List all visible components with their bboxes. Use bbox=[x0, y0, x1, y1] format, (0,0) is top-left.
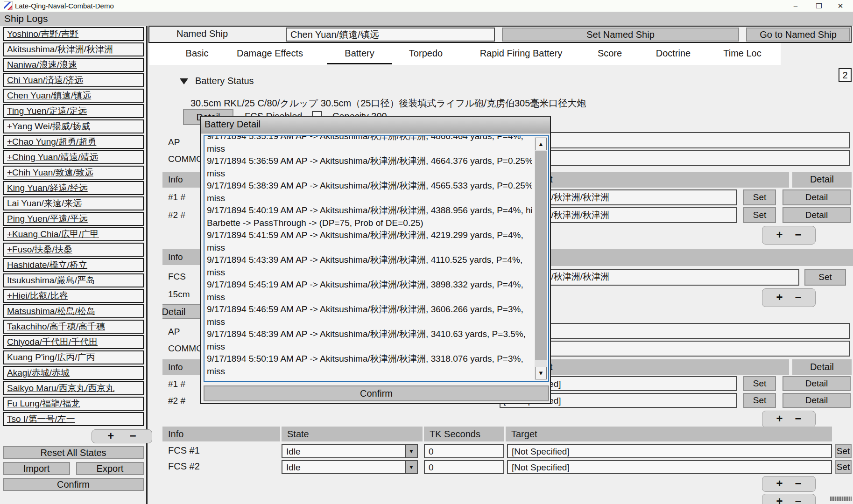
ship-list-item[interactable]: Chi Yuan/済遠/济远 bbox=[3, 73, 144, 87]
ship-list-item[interactable]: +Chih Yuan/致遠/致远 bbox=[3, 166, 144, 180]
ship-name[interactable]: +Chao Yung/超勇/超勇 bbox=[7, 137, 96, 147]
mount2-1-detail-button[interactable]: Detail bbox=[783, 376, 851, 391]
ship-list-item[interactable]: King Yuan/経遠/经远 bbox=[3, 181, 144, 195]
tab-time-loc[interactable]: Time Loc bbox=[723, 48, 761, 59]
ship-name[interactable]: +Yang Wei/揚威/扬威 bbox=[7, 121, 90, 131]
close-button[interactable]: ✕ bbox=[830, 0, 851, 12]
ap-ammo-input[interactable] bbox=[514, 132, 850, 148]
fcs-state-dropdown[interactable]: Idle▼ bbox=[282, 460, 418, 474]
fcs-target-input[interactable]: [Not Specified] bbox=[507, 460, 832, 474]
ship-list-item[interactable]: Fu Lung/福龍/福龙 bbox=[3, 397, 144, 411]
ship-list-item[interactable]: Itsukushima/厳島/严岛 bbox=[3, 273, 144, 287]
ship-name[interactable]: Fu Lung/福龍/福龙 bbox=[7, 399, 80, 408]
ship-list-item[interactable]: Akagi/赤城/赤城 bbox=[3, 366, 144, 380]
log-scrollbar[interactable]: ▲ ▼ bbox=[535, 137, 547, 380]
ship-list-item[interactable]: Takachiho/高千穂/高千穗 bbox=[3, 320, 144, 334]
tab-score[interactable]: Score bbox=[598, 48, 622, 59]
fcs-set-button[interactable]: Set bbox=[835, 444, 852, 458]
fcs-bottom-plus-minus-1[interactable]: + − bbox=[762, 476, 816, 492]
set-named-ship-button[interactable]: Set Named Ship bbox=[502, 28, 739, 42]
dropdown-arrow-icon[interactable]: ▼ bbox=[405, 461, 417, 473]
ship-name[interactable]: Itsukushima/厳島/严岛 bbox=[7, 275, 95, 285]
ship-list-item[interactable]: Matsushima/松島/松岛 bbox=[3, 304, 144, 318]
minus-icon[interactable]: − bbox=[795, 412, 802, 425]
plus-icon[interactable]: + bbox=[776, 477, 783, 490]
fragment-detail[interactable]: Detail bbox=[162, 304, 200, 319]
maximize-button[interactable]: ❐ bbox=[808, 0, 830, 12]
fcs-tk-seconds-input[interactable]: 0 bbox=[424, 460, 504, 474]
common-ammo-input-2[interactable] bbox=[514, 341, 850, 357]
ship-name[interactable]: Saikyo Maru/西京丸/西京丸 bbox=[7, 383, 114, 393]
minus-icon[interactable]: − bbox=[795, 228, 802, 241]
goto-named-ship-button[interactable]: Go to Named Ship bbox=[746, 28, 850, 42]
ship-list-item[interactable]: +Fuso/扶桑/扶桑 bbox=[3, 243, 144, 257]
ship-list-item[interactable]: Chen Yuan/鎮遠/镇远 bbox=[3, 89, 144, 103]
ship-list-plus-minus[interactable]: + − bbox=[92, 429, 152, 443]
plus-icon[interactable]: + bbox=[107, 429, 114, 442]
ship-name[interactable]: Yoshino/吉野/吉野 bbox=[7, 29, 78, 39]
tab-doctrine[interactable]: Doctrine bbox=[656, 48, 691, 59]
ship-list-item[interactable]: +Ching Yuan/靖遠/靖远 bbox=[3, 150, 144, 164]
ship-name[interactable]: King Yuan/経遠/经远 bbox=[7, 183, 88, 193]
minus-icon[interactable]: − bbox=[795, 495, 802, 504]
minus-icon[interactable]: − bbox=[130, 429, 136, 442]
ship-name[interactable]: Tso I/第一号/左一 bbox=[7, 414, 75, 424]
modal-confirm-button[interactable]: Confirm bbox=[204, 385, 549, 401]
ship-list-item[interactable]: +Hiei/比叡/比睿 bbox=[3, 289, 144, 303]
common-ammo-input[interactable] bbox=[514, 150, 850, 166]
mount2-1-set-button[interactable]: Set bbox=[743, 376, 776, 391]
reset-all-states-button[interactable]: Reset All States bbox=[3, 446, 144, 459]
plus-icon[interactable]: + bbox=[776, 291, 783, 304]
ship-list-item[interactable]: Hashidate/橋立/桥立 bbox=[3, 258, 144, 272]
ship-list-item[interactable]: Yoshino/吉野/吉野 bbox=[3, 27, 144, 41]
ship-list-item[interactable]: Akitsushima/秋津洲/秋津洲 bbox=[3, 42, 144, 56]
ship-name[interactable]: Hashidate/橋立/桥立 bbox=[7, 260, 87, 270]
plus-icon[interactable]: + bbox=[776, 228, 783, 241]
ship-name[interactable]: Ping Yuen/平遠/平远 bbox=[7, 214, 88, 224]
ship-name[interactable]: +Kuang Chia/広甲/广甲 bbox=[7, 229, 99, 239]
ship-name[interactable]: Chen Yuan/鎮遠/镇远 bbox=[7, 91, 91, 100]
mount2-set-button[interactable]: Set bbox=[743, 207, 776, 223]
modal-titlebar[interactable]: Battery Detail bbox=[201, 117, 550, 133]
plus-icon[interactable]: + bbox=[776, 412, 783, 425]
mount2-detail-button[interactable]: Detail bbox=[783, 207, 851, 223]
ship-list-item[interactable]: +Yang Wei/揚威/扬威 bbox=[3, 119, 144, 133]
mount2-2-set-button[interactable]: Set bbox=[743, 393, 776, 408]
sidebar-confirm-button[interactable]: Confirm bbox=[3, 478, 144, 491]
mount1-set-button[interactable]: Set bbox=[743, 189, 776, 205]
scroll-down-button[interactable]: ▼ bbox=[535, 367, 547, 379]
fcs-set-button[interactable]: Set bbox=[804, 269, 846, 286]
mount2-plus-minus[interactable]: + − bbox=[762, 411, 816, 427]
tab-rapid-firing-battery[interactable]: Rapid Firing Battery bbox=[480, 48, 563, 59]
ship-name[interactable]: Ting Yuen/定遠/定远 bbox=[7, 106, 87, 116]
ship-list-item[interactable]: Lai Yuan/来遠/来远 bbox=[3, 196, 144, 210]
ship-name[interactable]: +Hiei/比叡/比睿 bbox=[7, 291, 68, 301]
ship-name[interactable]: Chiyoda/千代田/千代田 bbox=[7, 337, 98, 347]
ship-list-item[interactable]: Chiyoda/千代田/千代田 bbox=[3, 335, 144, 349]
mount1-detail-button[interactable]: Detail bbox=[783, 189, 851, 205]
mount-plus-minus[interactable]: + − bbox=[762, 226, 816, 245]
fcs-bottom-plus-minus-2[interactable]: + − bbox=[762, 494, 816, 504]
plus-icon[interactable]: + bbox=[776, 495, 783, 504]
minus-icon[interactable]: − bbox=[795, 291, 802, 304]
named-ship-input[interactable]: Chen Yuan/鎮遠/镇远 bbox=[286, 28, 495, 42]
ship-list-item[interactable]: +Kuang Chia/広甲/广甲 bbox=[3, 227, 144, 241]
ship-name[interactable]: Akagi/赤城/赤城 bbox=[7, 368, 70, 378]
minus-icon[interactable]: − bbox=[795, 477, 802, 490]
mount2-2-detail-button[interactable]: Detail bbox=[783, 393, 851, 408]
scrollbar-thumb[interactable] bbox=[535, 151, 547, 360]
export-button[interactable]: Export bbox=[76, 462, 144, 475]
ship-name[interactable]: Chi Yuan/済遠/济远 bbox=[7, 75, 83, 85]
ship-name[interactable]: +Chih Yuan/致遠/致远 bbox=[7, 168, 93, 177]
dropdown-arrow-icon[interactable]: ▼ bbox=[405, 445, 417, 457]
fcs-state-dropdown[interactable]: Idle▼ bbox=[282, 444, 418, 458]
tab-battery[interactable]: Battery bbox=[345, 48, 374, 59]
ship-list-item[interactable]: Ting Yuen/定遠/定远 bbox=[3, 104, 144, 118]
ship-name[interactable]: Naniwa/浪速/浪速 bbox=[7, 60, 77, 70]
ap-ammo-input-2[interactable] bbox=[514, 323, 850, 339]
fcs-set-button[interactable]: Set bbox=[835, 460, 852, 474]
fcs-target-input[interactable]: [Not Specified] bbox=[507, 444, 832, 458]
ship-list-item[interactable]: Naniwa/浪速/浪速 bbox=[3, 58, 144, 72]
ship-list-item[interactable]: Saikyo Maru/西京丸/西京丸 bbox=[3, 381, 144, 395]
ship-list-item[interactable]: +Chao Yung/超勇/超勇 bbox=[3, 135, 144, 149]
